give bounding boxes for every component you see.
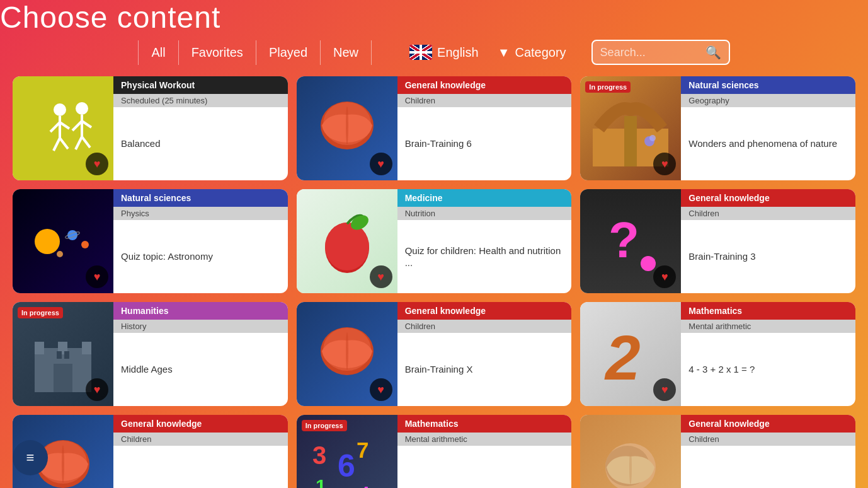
- card-category: Natural sciences: [113, 189, 288, 207]
- nav-tabs: All Favorites Played New: [138, 40, 372, 65]
- card-body: Quiz for children: Health and nutrition …: [397, 220, 572, 293]
- category-label: Category: [515, 45, 566, 60]
- in-progress-badge: In progress: [302, 420, 347, 431]
- card-body: [397, 446, 572, 488]
- card-content: HumanitiesHistoryMiddle Ages: [113, 302, 288, 406]
- menu-icon: ≡: [26, 450, 35, 466]
- card-brain2[interactable]: ♥General knowledgeChildrenBrain-Training…: [297, 302, 572, 406]
- card-subcategory: Nutrition: [397, 207, 572, 220]
- card-category: Medicine: [397, 189, 572, 207]
- card-content: MedicineNutritionQuiz for children: Heal…: [397, 189, 572, 293]
- card-image-brain2: ♥: [297, 302, 397, 406]
- svg-text:7: 7: [357, 438, 368, 462]
- tab-played[interactable]: Played: [256, 40, 321, 65]
- card-title: Balanced: [121, 137, 161, 150]
- card-image-castle: In progress♥: [13, 302, 113, 406]
- svg-rect-30: [35, 342, 44, 354]
- card-subcategory: Children: [681, 433, 855, 446]
- svg-point-28: [641, 256, 656, 271]
- svg-point-20: [67, 230, 77, 240]
- svg-point-42: [62, 445, 64, 483]
- card-nature[interactable]: In progress♥Natural sciencesGeographyWon…: [580, 76, 855, 180]
- card-body: Brain-Training X: [397, 333, 572, 406]
- card-content: Natural sciencesPhysicsQuiz topic: Astro…: [113, 189, 288, 293]
- card-title: Quiz topic: Astronomy: [121, 250, 213, 263]
- card-brain3[interactable]: ♥General knowledgeChildren: [13, 415, 288, 488]
- card-subcategory: Children: [397, 320, 572, 333]
- card-category: Physical Workout: [113, 76, 288, 94]
- svg-line-9: [82, 121, 91, 127]
- card-brain4[interactable]: ♥General knowledgeChildren: [580, 415, 855, 488]
- card-subcategory: Scheduled (25 minutes): [113, 94, 288, 107]
- svg-line-4: [54, 138, 60, 151]
- favorite-button[interactable]: ♥: [370, 153, 392, 175]
- card-solar[interactable]: ♥Natural sciencesPhysicsQuiz topic: Astr…: [13, 189, 288, 293]
- search-input[interactable]: [600, 46, 705, 59]
- favorite-button[interactable]: ♥: [86, 378, 108, 401]
- card-image-brain1: ♥: [297, 76, 397, 180]
- svg-line-10: [76, 137, 82, 149]
- svg-point-38: [346, 332, 348, 370]
- search-icon[interactable]: 🔍: [705, 45, 721, 60]
- card-image-workout: ♥: [13, 76, 113, 180]
- card-subcategory: Children: [681, 207, 855, 220]
- filter-icon: ▼: [498, 45, 510, 60]
- search-box[interactable]: 🔍: [591, 40, 730, 65]
- language-selector[interactable]: English: [409, 45, 479, 60]
- card-content: General knowledgeChildrenBrain-Training …: [397, 302, 572, 406]
- svg-point-21: [81, 241, 89, 248]
- nav-bar: All Favorites Played New English ▼ Categ…: [0, 35, 868, 70]
- card-title: Wonders and phenomena of nature: [688, 137, 837, 150]
- card-math1[interactable]: 2 ♥MathematicsMental arithmetic4 - 3 + 2…: [580, 302, 855, 406]
- favorite-button[interactable]: ♥: [86, 153, 108, 175]
- in-progress-badge: In progress: [585, 81, 631, 93]
- tab-all[interactable]: All: [138, 40, 178, 65]
- svg-point-50: [629, 450, 632, 485]
- card-brain1[interactable]: ♥General knowledgeChildrenBrain-Training…: [297, 76, 572, 180]
- card-castle[interactable]: In progress♥HumanitiesHistoryMiddle Ages: [13, 302, 288, 406]
- card-category: General knowledge: [681, 189, 855, 207]
- card-workout[interactable]: ♥Physical WorkoutScheduled (25 minutes)B…: [13, 76, 288, 180]
- card-body: Brain-Training 6: [397, 107, 572, 180]
- svg-text:?: ?: [608, 212, 639, 268]
- card-image-brain4: ♥: [580, 415, 681, 488]
- svg-point-18: [649, 135, 656, 141]
- card-title: Brain-Training X: [405, 363, 473, 376]
- favorite-button[interactable]: ♥: [370, 378, 392, 401]
- card-question[interactable]: ? ♥General knowledgeChildrenBrain-Traini…: [580, 189, 855, 293]
- language-label: English: [437, 45, 479, 60]
- svg-rect-16: [624, 116, 637, 166]
- card-content: MathematicsMental arithmetic4 - 3 + 2 x …: [681, 302, 855, 406]
- card-image-question: ? ♥: [580, 189, 681, 293]
- tab-favorites[interactable]: Favorites: [179, 40, 256, 65]
- card-content: Physical WorkoutScheduled (25 minutes)Ba…: [113, 76, 288, 180]
- card-body: [113, 446, 288, 488]
- card-subcategory: Mental arithmetic: [397, 433, 572, 446]
- favorite-button[interactable]: ♥: [370, 265, 392, 288]
- svg-line-3: [60, 122, 69, 129]
- svg-line-5: [60, 138, 68, 149]
- card-content: General knowledgeChildrenBrain-Training …: [397, 76, 572, 180]
- card-image-math2: 3 6 7 1 4 In progress♥: [297, 415, 397, 488]
- favorite-button[interactable]: ♥: [86, 265, 108, 288]
- svg-line-8: [72, 121, 82, 131]
- card-subcategory: Mental arithmetic: [681, 320, 855, 333]
- svg-rect-33: [54, 364, 72, 392]
- svg-text:4: 4: [360, 483, 370, 489]
- menu-button[interactable]: ≡: [13, 440, 48, 475]
- card-apple[interactable]: ♥MedicineNutritionQuiz for children: Hea…: [297, 189, 572, 293]
- card-title: 4 - 3 + 2 x 1 = ?: [688, 363, 755, 376]
- svg-line-2: [50, 122, 60, 132]
- card-image-nature: In progress♥: [580, 76, 681, 180]
- svg-text:2: 2: [604, 322, 641, 392]
- card-image-math1: 2 ♥: [580, 302, 681, 406]
- tab-new[interactable]: New: [321, 40, 372, 65]
- card-subcategory: Children: [397, 94, 572, 107]
- card-content: General knowledgeChildren: [681, 415, 855, 488]
- category-filter[interactable]: ▼ Category: [498, 45, 566, 60]
- svg-point-22: [57, 251, 63, 257]
- card-body: Wonders and phenomena of nature: [681, 107, 855, 180]
- card-category: Mathematics: [681, 302, 855, 320]
- card-title: Brain-Training 6: [405, 137, 472, 150]
- card-math2[interactable]: 3 6 7 1 4 In progress♥MathematicsMental …: [297, 415, 572, 488]
